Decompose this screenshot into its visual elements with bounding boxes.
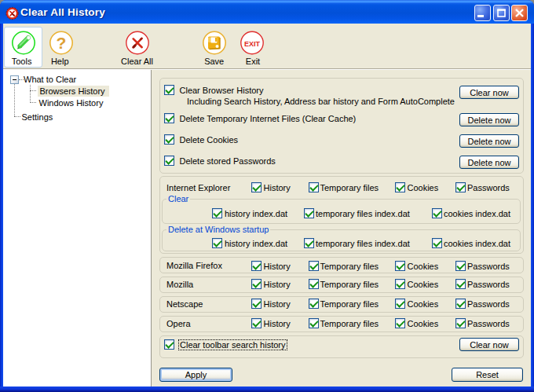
svg-text:EXIT: EXIT	[244, 40, 261, 48]
svg-text:?: ?	[56, 34, 66, 52]
